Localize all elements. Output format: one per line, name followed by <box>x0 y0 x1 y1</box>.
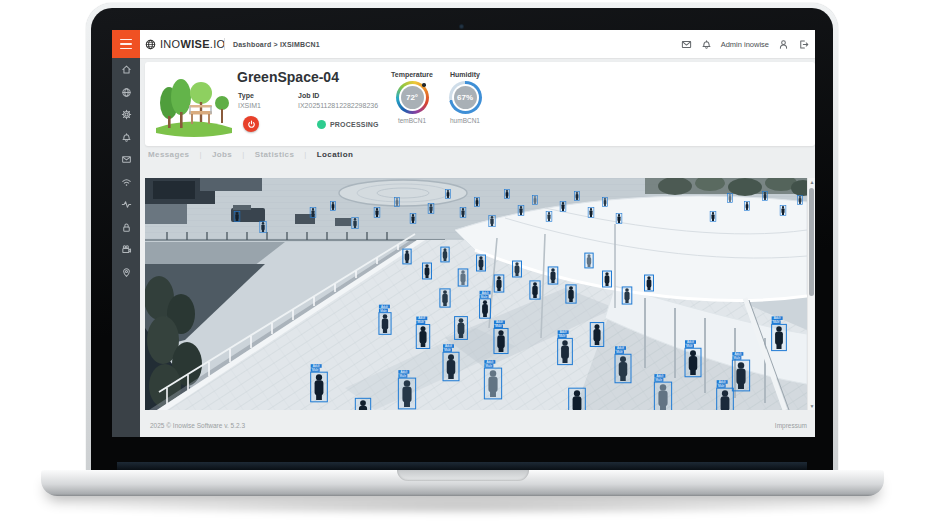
globe-icon[interactable] <box>121 87 132 98</box>
laptop-floor-shadow <box>60 498 865 516</box>
type-label: Type <box>238 92 261 99</box>
device-header-card: GreenSpace-04 Type IXSIM1 Job ID IX20251… <box>145 62 815 146</box>
wifi-icon[interactable] <box>121 177 132 188</box>
svg-text:Male: Male <box>773 320 780 324</box>
detected-person <box>710 211 716 221</box>
svg-text:Male: Male <box>559 334 566 338</box>
detected-person <box>744 201 749 210</box>
status-badge: PROCESSING <box>317 120 379 129</box>
svg-text:Male: Male <box>312 368 319 372</box>
tab-jobs[interactable]: Jobs <box>212 150 232 159</box>
scrollbar-thumb[interactable] <box>809 188 814 296</box>
detected-person <box>474 197 479 206</box>
detected-person <box>310 207 316 217</box>
type-value: IXSIM1 <box>238 102 261 109</box>
detected-person <box>394 197 399 206</box>
hamburger-menu-button[interactable] <box>112 30 140 58</box>
inbox-mail-icon[interactable] <box>121 154 132 165</box>
activity-pulse-icon[interactable] <box>121 199 132 210</box>
laptop-hinge <box>117 462 807 470</box>
tab-statistics[interactable]: Statistics <box>255 150 295 159</box>
power-icon <box>247 120 256 129</box>
svg-text:Male: Male <box>616 350 623 354</box>
detected-person <box>445 189 450 198</box>
detected-person <box>780 205 786 215</box>
power-button[interactable] <box>243 116 259 132</box>
humidity-gauge-block: Humidity 67% humBCN1 <box>436 71 494 124</box>
detected-person <box>410 213 416 223</box>
navbar-divider <box>224 38 225 50</box>
detected-person <box>548 267 558 284</box>
detected-person <box>440 289 450 307</box>
brand-logo[interactable]: INOWISE.IO <box>145 30 225 58</box>
camera-icon[interactable] <box>121 244 132 255</box>
svg-text:Male: Male <box>400 374 407 378</box>
tab-messages[interactable]: Messages <box>148 150 189 159</box>
svg-text:Male: Male <box>418 320 425 324</box>
detected-person <box>455 317 468 340</box>
temperature-value: 72° <box>401 86 424 109</box>
bell-icon[interactable] <box>121 132 132 143</box>
svg-text:Male: Male <box>486 364 493 368</box>
detected-person <box>546 211 552 221</box>
detected-person <box>569 388 586 410</box>
logout-icon[interactable] <box>798 39 809 50</box>
location-pin-icon[interactable] <box>121 267 132 278</box>
detected-person <box>797 195 802 204</box>
temperature-label: Temperature <box>383 71 441 78</box>
detected-person <box>355 398 370 410</box>
detected-person <box>616 213 622 223</box>
detected-person <box>602 197 607 206</box>
detected-person <box>352 217 358 228</box>
greenspace-illustration <box>153 68 235 140</box>
mail-icon[interactable] <box>681 39 692 50</box>
job-id-label: Job ID <box>298 92 378 99</box>
logo-text: INOWISE.IO <box>160 38 225 50</box>
user-name[interactable]: Admin inowise <box>721 40 769 49</box>
feed-scrollbar[interactable]: ▲ ▼ <box>807 178 815 410</box>
detected-person <box>518 205 524 215</box>
location-camera-feed: AdultMaleAdultMaleAdultMaleAdultMaleAdul… <box>145 178 815 410</box>
humidity-sensor-name: humBCN1 <box>436 117 494 124</box>
detected-person <box>622 287 632 304</box>
tab-divider: | <box>242 150 244 159</box>
breadcrumb[interactable]: Dashboard > IXSIMBCN1 <box>233 30 320 58</box>
humidity-label: Humidity <box>436 71 494 78</box>
detected-person <box>504 189 509 198</box>
svg-text:Male: Male <box>481 295 488 299</box>
settings-gear-icon[interactable] <box>121 109 132 120</box>
detected-person <box>428 203 434 213</box>
detected-person <box>423 263 432 279</box>
detected-person <box>460 207 466 217</box>
lock-icon[interactable] <box>121 222 132 233</box>
detected-person <box>585 253 593 268</box>
temperature-sensor-name: temBCN1 <box>383 117 441 124</box>
footer-copyright: 2025 © Inowise Software v. 5.2.3 <box>150 422 245 429</box>
detected-person <box>574 191 579 200</box>
detected-person <box>234 211 240 221</box>
temperature-gauge-ring: 72° <box>396 81 429 114</box>
detected-person <box>477 255 486 271</box>
detected-person <box>494 275 504 292</box>
laptop-lid-notch <box>397 470 529 481</box>
app-window: INOWISE.IO Dashboard > IXSIMBCN1 Admin i… <box>112 30 815 437</box>
user-profile-icon[interactable] <box>778 39 789 50</box>
svg-text:Male: Male <box>444 348 451 352</box>
scroll-down-arrow[interactable]: ▼ <box>808 402 815 410</box>
scroll-up-arrow[interactable]: ▲ <box>808 178 815 186</box>
svg-text:Male: Male <box>380 309 387 313</box>
gauge-marker <box>422 83 426 87</box>
temperature-gauge-block: Temperature 72° temBCN1 <box>383 71 441 124</box>
webcam-dot <box>459 24 464 29</box>
footer-impressum-link[interactable]: Impressum <box>775 422 807 429</box>
notifications-bell-icon[interactable] <box>701 39 712 50</box>
tab-bar: Messages | Jobs | Statistics | Location <box>148 150 353 159</box>
svg-text:Male: Male <box>686 344 693 348</box>
home-icon[interactable] <box>121 64 132 75</box>
tab-location[interactable]: Location <box>317 150 354 159</box>
detected-person <box>374 207 380 217</box>
tab-divider: | <box>199 150 201 159</box>
logo-icon <box>145 39 156 50</box>
svg-text:Male: Male <box>656 378 663 382</box>
detected-person <box>441 247 449 262</box>
